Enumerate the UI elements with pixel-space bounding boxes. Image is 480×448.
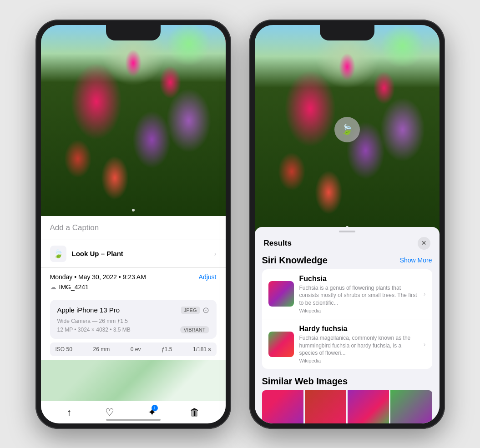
knowledge-card: Fuchsia Fuchsia is a genus of flowering … (262, 269, 432, 369)
info-panel: Add a Caption 🍃 Look Up – Plant › (41, 216, 226, 401)
similar-images (262, 390, 432, 423)
similar-image-4[interactable] (390, 390, 432, 423)
filename-text: IMG_4241 (59, 283, 89, 291)
phone-2-screen: 🍃 Results ✕ (255, 25, 440, 423)
siri-knowledge-header: Siri Knowledge Show More (262, 255, 432, 266)
date-row: Monday • May 30, 2022 • 9:23 AM Adjust (41, 268, 226, 282)
hardy-desc: Fuchsia magellanica, commonly known as t… (299, 334, 418, 357)
fuchsia-desc: Fuchsia is a genus of flowering plants t… (299, 284, 418, 307)
home-indicator (106, 419, 161, 421)
results-header: Results ✕ (255, 232, 440, 255)
fuchsia-chevron-icon: › (424, 290, 426, 297)
fuchsia-title: Fuchsia (299, 275, 418, 283)
fuchsia-thumb-image (268, 281, 294, 307)
notch-2 (320, 25, 374, 40)
show-more-button[interactable]: Show More (400, 257, 432, 264)
hardy-chevron-icon: › (424, 341, 426, 348)
favorite-button[interactable]: ♡ (105, 407, 114, 418)
volume-up-button-2 (249, 92, 250, 115)
share-button[interactable]: ↑ (66, 407, 71, 418)
exif-aperture: ƒ1.5 (162, 346, 172, 352)
lookup-subject: Plant (106, 250, 123, 257)
info-button[interactable]: ✦ i (148, 407, 156, 418)
delete-button[interactable]: 🗑 (190, 407, 200, 418)
photo-dot-indicator (132, 209, 135, 211)
phone-2: 🍃 Results ✕ (249, 20, 445, 429)
leaf-icon: 🍃 (53, 249, 63, 259)
device-row: Apple iPhone 13 Pro JPEG ⊙ (57, 305, 209, 315)
jpeg-badge: JPEG (181, 307, 200, 314)
hardy-source: Wikipedia (299, 358, 418, 363)
lookup-text: Look Up – Plant (72, 250, 123, 257)
adjust-button[interactable]: Adjust (199, 273, 217, 281)
results-content: Siri Knowledge Show More Fuchsia (255, 255, 440, 423)
volume-up-button (35, 92, 36, 115)
size-text: 12 MP • 3024 × 4032 • 3.5 MB (57, 327, 131, 333)
size-row: 12 MP • 3024 × 4032 • 3.5 MB VIBRANT (57, 326, 209, 333)
location-row: ☁ IMG_4241 (41, 282, 226, 296)
info-badge: i (152, 405, 158, 411)
leaf-lookup-icon: 🍃 (341, 124, 353, 136)
similar-title: Similar Web Images (262, 376, 432, 387)
similar-image-2[interactable] (305, 390, 346, 423)
similar-image-1[interactable] (262, 390, 303, 423)
cloud-icon: ☁ (50, 283, 56, 291)
date-text: Monday • May 30, 2022 • 9:23 AM (50, 273, 146, 281)
phone-1: Add a Caption 🍃 Look Up – Plant › (35, 20, 231, 429)
gear-icon: ⊙ (202, 305, 209, 315)
vibrant-badge: VIBRANT (180, 326, 209, 333)
hardy-thumbnail (268, 332, 294, 357)
notch (106, 25, 161, 40)
close-button[interactable]: ✕ (418, 237, 430, 250)
caption-area[interactable]: Add a Caption (41, 216, 226, 240)
camera-detail: Wide Camera — 26 mm ƒ1.5 (57, 318, 209, 324)
exif-shutter: 1/181 s (193, 346, 211, 352)
fuchsia-thumbnail (268, 281, 294, 307)
screen-content-2: 🍃 Results ✕ (255, 25, 440, 423)
fuchsia-item[interactable]: Fuchsia Fuchsia is a genus of flowering … (262, 269, 432, 319)
exif-ev: 0 ev (131, 346, 141, 352)
lookup-chevron-icon: › (214, 250, 217, 257)
phone-1-screen: Add a Caption 🍃 Look Up – Plant › (41, 25, 226, 423)
phones-container: Add a Caption 🍃 Look Up – Plant › (35, 20, 445, 429)
power-button-2 (445, 104, 445, 136)
volume-down-button-2 (249, 122, 250, 145)
screen-content-1: Add a Caption 🍃 Look Up – Plant › (41, 25, 226, 422)
device-box: Apple iPhone 13 Pro JPEG ⊙ Wide Camera —… (50, 300, 217, 339)
lookup-label: Look Up – (72, 250, 105, 257)
exif-focal: 26 mm (93, 346, 110, 352)
exif-iso: ISO 50 (56, 346, 72, 352)
visual-lookup-button[interactable]: 🍃 (334, 117, 360, 142)
fuchsia-source: Wikipedia (299, 308, 418, 313)
similar-section: Similar Web Images (262, 376, 432, 423)
siri-knowledge-title: Siri Knowledge (262, 255, 328, 266)
hardy-title: Hardy fuchsia (299, 325, 418, 333)
power-button (231, 104, 231, 136)
map-area[interactable] (41, 360, 226, 401)
hardy-info: Hardy fuchsia Fuchsia magellanica, commo… (299, 325, 418, 363)
flower-photo-2: 🍃 (255, 25, 440, 234)
date-line: Monday • May 30, 2022 • 9:23 AM Adjust (50, 273, 217, 281)
fuchsia-info: Fuchsia Fuchsia is a genus of flowering … (299, 275, 418, 313)
flower-photo-1 (41, 25, 226, 216)
results-panel: Results ✕ Siri Knowledge Show More (255, 227, 440, 423)
similar-image-3[interactable] (348, 390, 389, 423)
device-name: Apple iPhone 13 Pro (57, 306, 120, 314)
caption-placeholder: Add a Caption (50, 223, 99, 232)
hardy-fuchsia-item[interactable]: Hardy fuchsia Fuchsia magellanica, commo… (262, 319, 432, 369)
lookup-row[interactable]: 🍃 Look Up – Plant › (41, 240, 226, 268)
lookup-icon: 🍃 (50, 246, 66, 262)
device-badges: JPEG ⊙ (181, 305, 209, 315)
close-icon: ✕ (421, 240, 426, 247)
volume-down-button (35, 122, 36, 145)
exif-row: ISO 50 26 mm 0 ev ƒ1.5 1/181 s (50, 342, 217, 356)
results-title: Results (264, 239, 292, 248)
hardy-thumb-image (268, 332, 294, 357)
